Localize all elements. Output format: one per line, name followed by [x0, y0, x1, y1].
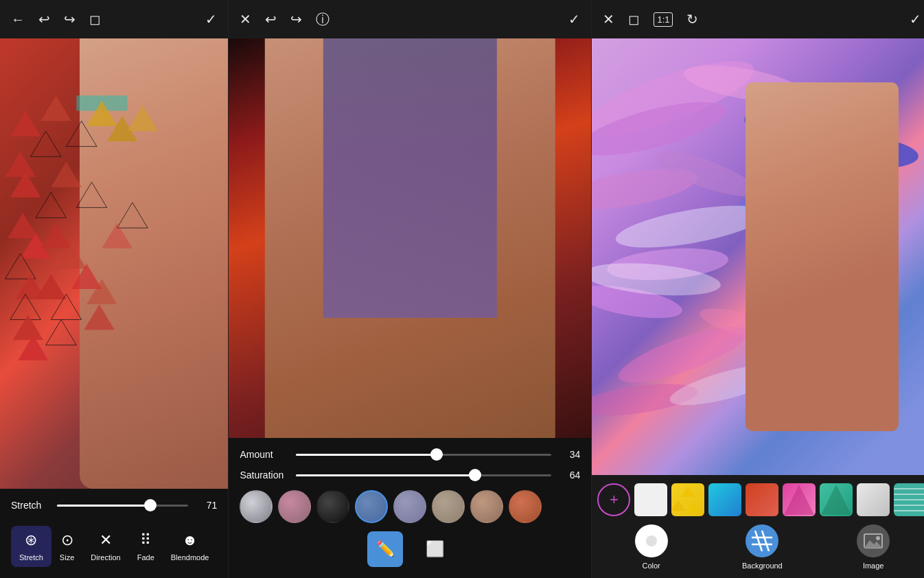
- toolbar-3: ✕ ◻ 1:1 ↻ ✓: [592, 0, 924, 38]
- color-gray-blue[interactable]: [393, 490, 426, 523]
- bg-teal[interactable]: [820, 483, 853, 516]
- image-type-label: Image: [863, 562, 884, 570]
- bg-type-image[interactable]: Image: [857, 524, 890, 570]
- tool-fade[interactable]: ⠿ Fade: [129, 526, 163, 567]
- stretch-slider-fill: [57, 505, 150, 507]
- bg-white-gray[interactable]: [857, 483, 890, 516]
- bg-teal-stripes[interactable]: [894, 483, 924, 516]
- bg-red-paint[interactable]: [746, 483, 778, 516]
- tool-size[interactable]: ⊙ Size: [51, 526, 82, 567]
- stretch-slider-thumb[interactable]: [144, 499, 157, 511]
- stretch-tool-label: Stretch: [19, 553, 43, 562]
- direction-tool-icon: ✕: [100, 531, 112, 549]
- stretch-value: 71: [196, 500, 217, 511]
- svg-marker-0: [10, 111, 41, 136]
- redo-icon-2[interactable]: ↪: [290, 11, 302, 27]
- color-silver2[interactable]: [547, 490, 580, 523]
- check-icon-3[interactable]: ✓: [910, 11, 921, 27]
- bg-yellow-pattern[interactable]: [671, 483, 704, 516]
- photo-1: [0, 38, 228, 489]
- bottom-controls-2: Amount 34 Saturation 64: [229, 438, 591, 578]
- svg-marker-8: [51, 162, 82, 187]
- svg-marker-47: [671, 500, 686, 511]
- close-icon-2[interactable]: ✕: [240, 11, 251, 27]
- stretch-label: Stretch: [11, 500, 49, 511]
- svg-marker-18: [13, 314, 44, 340]
- photo-2: [229, 38, 591, 438]
- brush-button[interactable]: ✏️: [367, 531, 403, 567]
- eraser-button[interactable]: ⬜: [417, 531, 452, 567]
- undo-icon-2[interactable]: ↩: [265, 11, 277, 27]
- tool-blendmode[interactable]: ☻ Blendmode: [163, 526, 218, 567]
- undo-icon-1[interactable]: ↩: [38, 11, 50, 27]
- color-orange-red[interactable]: [509, 490, 542, 523]
- triangles-overlay: [0, 38, 228, 489]
- bg-cyan-blue[interactable]: [708, 483, 741, 516]
- svg-marker-50: [821, 485, 851, 515]
- check-icon-2[interactable]: ✓: [568, 11, 580, 27]
- color-warm-gray[interactable]: [432, 490, 465, 523]
- size-tool-icon: ⊙: [61, 531, 73, 549]
- check-icon-1[interactable]: ✓: [205, 11, 217, 27]
- svg-marker-7: [8, 213, 38, 238]
- refresh-icon-3[interactable]: ↻: [686, 11, 698, 27]
- image-area-1: [0, 38, 228, 489]
- color-black[interactable]: [316, 490, 349, 523]
- bg-type-row: Color Background: [597, 524, 924, 570]
- face-2: [265, 38, 555, 438]
- stretch-slider-track[interactable]: [57, 505, 188, 507]
- info-icon-2[interactable]: ⓘ: [316, 10, 330, 29]
- bg-presets-row: +: [597, 483, 924, 516]
- svg-marker-63: [864, 540, 882, 548]
- bottom-tools-1: ⊛ Stretch ⊙ Size ✕ Direction ⠿ Fade ☻ Bl…: [11, 519, 217, 578]
- amount-slider-track[interactable]: [296, 454, 551, 456]
- svg-marker-12: [76, 182, 107, 207]
- amount-label: Amount: [240, 449, 288, 460]
- svg-marker-11: [41, 223, 71, 248]
- close-icon-3[interactable]: ✕: [603, 11, 614, 27]
- saturation-slider-track[interactable]: [296, 474, 551, 476]
- toolbar-1: ← ↩ ↪ ◻ ✓: [0, 0, 228, 38]
- color-presets: [240, 490, 580, 523]
- bottom-controls-1: Stretch 71 ⊛ Stretch ⊙ Size ✕ Direction …: [0, 489, 228, 578]
- amount-slider-thumb[interactable]: [430, 448, 443, 461]
- saturation-value: 64: [559, 470, 580, 481]
- tool-direction[interactable]: ✕ Direction: [82, 526, 128, 567]
- saturation-slider-row: Saturation 64: [240, 470, 580, 481]
- stretch-tool-icon: ⊛: [25, 531, 37, 549]
- saturation-label: Saturation: [240, 470, 288, 481]
- color-silver[interactable]: [240, 490, 273, 523]
- size-tool-label: Size: [60, 553, 74, 562]
- color-circle-icon: [641, 531, 662, 551]
- svg-marker-49: [784, 485, 814, 515]
- eraser-icon: ⬜: [426, 540, 444, 558]
- ratio-icon-3[interactable]: 1:1: [654, 12, 673, 27]
- panel-1: ← ↩ ↪ ◻ ✓: [0, 0, 229, 578]
- eraser-icon-1[interactable]: ◻: [89, 11, 101, 27]
- svg-line-59: [762, 531, 769, 551]
- fade-tool-label: Fade: [137, 553, 154, 562]
- color-type-label: Color: [642, 562, 660, 570]
- panel-2: ✕ ↩ ↪ ⓘ ✓ Amount 34 Saturation: [229, 0, 592, 578]
- color-blue[interactable]: [355, 490, 388, 523]
- saturation-slider-thumb[interactable]: [469, 469, 481, 481]
- bg-white[interactable]: [634, 483, 667, 516]
- bg-type-color[interactable]: Color: [635, 524, 668, 570]
- add-bg-button[interactable]: +: [597, 483, 630, 516]
- panel-3: ✕ ◻ 1:1 ↻ ✓: [592, 0, 924, 578]
- bg-type-background[interactable]: Background: [742, 524, 783, 570]
- fade-tool-icon: ⠿: [140, 531, 151, 549]
- svg-marker-46: [680, 487, 695, 497]
- back-icon[interactable]: ←: [11, 12, 25, 27]
- eraser-icon-3[interactable]: ◻: [628, 11, 640, 27]
- svg-marker-25: [102, 223, 132, 248]
- color-rose[interactable]: [278, 490, 311, 523]
- color-warm-brown[interactable]: [470, 490, 503, 523]
- redo-icon-1[interactable]: ↪: [64, 11, 76, 27]
- color-type-icon: [635, 524, 668, 557]
- tool-stretch[interactable]: ⊛ Stretch: [11, 526, 51, 567]
- image-area-3: [592, 38, 924, 475]
- background-grid-icon: [752, 531, 772, 551]
- blendmode-tool-icon: ☻: [182, 531, 198, 549]
- bg-pink[interactable]: [783, 483, 816, 516]
